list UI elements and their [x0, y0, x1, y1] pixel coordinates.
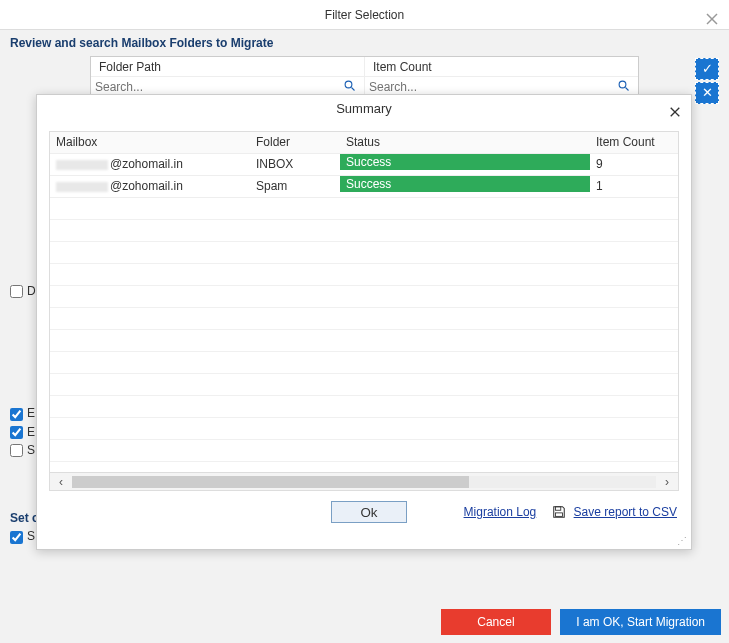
scroll-thumb[interactable] [72, 476, 469, 488]
option-s[interactable]: S [10, 443, 39, 457]
svg-line-5 [626, 88, 629, 91]
svg-point-2 [345, 81, 352, 88]
col-folder: Folder [250, 132, 340, 153]
table-row [50, 286, 678, 308]
cell-mailbox: @zohomail.in [50, 154, 250, 175]
grid-header-row: Mailbox Folder Status Item Count [50, 132, 678, 154]
scroll-left-icon[interactable]: ‹ [54, 475, 68, 489]
table-row [50, 308, 678, 330]
option-e1[interactable]: E [10, 406, 39, 420]
col-mailbox: Mailbox [50, 132, 250, 153]
filter-selection-title: Filter Selection [325, 8, 404, 22]
cell-folder: Spam [250, 176, 340, 197]
table-row[interactable]: @zohomail.inINBOXSuccess9 [50, 154, 678, 176]
cell-mailbox: @zohomail.in [50, 176, 250, 197]
start-migration-button[interactable]: I am OK, Start Migration [560, 609, 721, 635]
svg-point-4 [619, 81, 626, 88]
cell-status: Success [340, 154, 590, 175]
deselect-all-button[interactable]: ✕ [695, 82, 719, 104]
item-count-search-input[interactable] [369, 80, 614, 94]
set-label: Set c [10, 511, 39, 525]
table-row[interactable]: @zohomail.inSpamSuccess1 [50, 176, 678, 198]
close-icon[interactable] [667, 99, 683, 115]
svg-rect-9 [556, 513, 563, 517]
table-row [50, 220, 678, 242]
scroll-right-icon[interactable]: › [660, 475, 674, 489]
option-d[interactable]: D [10, 284, 39, 298]
option-s2[interactable]: S [10, 529, 39, 543]
col-count: Item Count [590, 132, 670, 153]
search-icon[interactable] [614, 79, 634, 95]
table-row [50, 396, 678, 418]
table-row [50, 352, 678, 374]
table-row [50, 242, 678, 264]
resize-grip-icon[interactable]: ⋰ [677, 535, 687, 545]
summary-title: Summary [336, 101, 392, 116]
option-e2[interactable]: E [10, 425, 39, 439]
cell-count: 9 [590, 154, 670, 175]
table-row [50, 330, 678, 352]
save-icon [552, 505, 566, 519]
left-options-fragment: D E E S Set c S [10, 280, 39, 548]
svg-line-3 [352, 88, 355, 91]
close-icon[interactable] [705, 7, 719, 21]
review-subheader: Review and search Mailbox Folders to Mig… [0, 30, 729, 56]
summary-modal: Summary Mailbox Folder Status Item Count… [36, 94, 692, 550]
select-all-button[interactable]: ✓ [695, 58, 719, 80]
folder-list-header: Folder Path Item Count [90, 56, 639, 98]
cell-folder: INBOX [250, 154, 340, 175]
horizontal-scrollbar[interactable]: ‹ › [50, 472, 678, 490]
cell-status: Success [340, 176, 590, 197]
table-row [50, 440, 678, 462]
table-row [50, 418, 678, 440]
table-row [50, 374, 678, 396]
folder-path-header: Folder Path [91, 57, 364, 77]
folder-path-search-input[interactable] [95, 80, 340, 94]
summary-grid: Mailbox Folder Status Item Count @zohoma… [49, 131, 679, 491]
migration-log-link[interactable]: Migration Log [464, 505, 537, 519]
save-csv-link[interactable]: Save report to CSV [574, 505, 677, 519]
col-status: Status [340, 132, 590, 153]
filter-selection-header: Filter Selection [0, 0, 729, 30]
ok-button[interactable]: Ok [331, 501, 407, 523]
table-row [50, 264, 678, 286]
search-icon[interactable] [340, 79, 360, 95]
cancel-button[interactable]: Cancel [441, 609, 551, 635]
table-row [50, 462, 678, 472]
item-count-header: Item Count [365, 57, 638, 77]
table-row [50, 198, 678, 220]
cell-count: 1 [590, 176, 670, 197]
